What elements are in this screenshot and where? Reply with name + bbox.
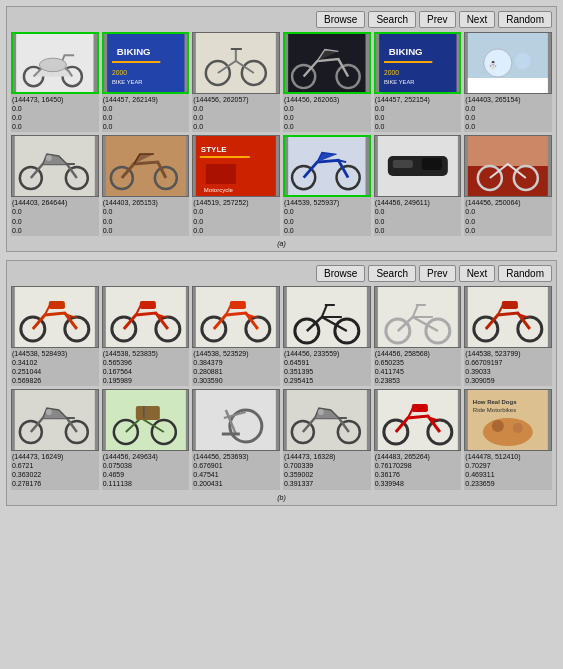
cell-id: (144403, 265154) bbox=[465, 96, 520, 103]
cell-val: 0.0 bbox=[193, 208, 203, 215]
random-button-a[interactable]: Random bbox=[498, 11, 552, 28]
cell-val: 0.280881 bbox=[193, 368, 222, 375]
cell-val: 0.565396 bbox=[103, 359, 132, 366]
panel-b: Browse Search Prev Next Random (144538, … bbox=[6, 260, 557, 506]
cell-id: (144473, 16328) bbox=[284, 453, 335, 460]
cell-info: (144456, 262057)0.00.00.0 bbox=[192, 94, 280, 132]
cell-id: (144478, 512410) bbox=[465, 453, 520, 460]
image-cell[interactable]: (144456, 258568)0.6502350.4117450.23853 bbox=[374, 286, 462, 386]
cell-info: (144456, 250064)0.00.00.0 bbox=[464, 197, 552, 235]
random-button-b[interactable]: Random bbox=[498, 265, 552, 282]
image-cell[interactable]: How Real Dogs Ride Motorbikes (144478, 5… bbox=[464, 389, 552, 489]
cell-val: 0.200431 bbox=[193, 480, 222, 487]
cell-val: 0.0 bbox=[12, 105, 22, 112]
cell-val: 0.70297 bbox=[465, 462, 490, 469]
prev-button-b[interactable]: Prev bbox=[419, 265, 456, 282]
browse-button-a[interactable]: Browse bbox=[316, 11, 365, 28]
toolbar-a: Browse Search Prev Next Random bbox=[11, 11, 552, 28]
cell-id: (144456, 253693) bbox=[193, 453, 248, 460]
image-wrapper bbox=[102, 286, 190, 348]
cell-info: (144473, 16249)0.67210.3630220.278176 bbox=[11, 451, 99, 489]
cell-info: (144403, 264644)0.00.00.0 bbox=[11, 197, 99, 235]
svg-text:BIKE YEAR: BIKE YEAR bbox=[112, 79, 143, 85]
image-cell[interactable]: (144473, 16450)0.00.00.0 bbox=[11, 32, 99, 132]
image-cell[interactable]: (144538, 523799)0.667091970.390330.30905… bbox=[464, 286, 552, 386]
image-cell[interactable]: (144473, 16328)0.7003390.3590020.391337 bbox=[283, 389, 371, 489]
image-cell[interactable]: (144456, 233559)0.645910.3513950.295415 bbox=[283, 286, 371, 386]
cell-info: (144483, 265264)0.761702980.361760.33994… bbox=[374, 451, 462, 489]
svg-point-28 bbox=[46, 155, 52, 161]
cell-val: 0.0 bbox=[375, 218, 385, 225]
cell-val: 0.0 bbox=[465, 218, 475, 225]
cell-val: 0.251044 bbox=[12, 368, 41, 375]
image-cell[interactable]: (144456, 262057)0.00.00.0 bbox=[192, 32, 280, 132]
svg-point-24 bbox=[515, 53, 531, 69]
svg-text:BIKING: BIKING bbox=[116, 46, 150, 57]
image-wrapper bbox=[192, 32, 280, 94]
image-wrapper bbox=[374, 135, 462, 197]
cell-val: 0.411745 bbox=[375, 368, 404, 375]
image-cell[interactable]: (144473, 16249)0.67210.3630220.278176 bbox=[11, 389, 99, 489]
svg-rect-17 bbox=[384, 61, 432, 63]
cell-info: (144403, 265153)0.00.00.0 bbox=[102, 197, 190, 235]
image-wrapper bbox=[283, 389, 371, 451]
svg-text:Ride Motorbikes: Ride Motorbikes bbox=[473, 407, 516, 413]
panel-a: Browse Search Prev Next Random (144473, … bbox=[6, 6, 557, 252]
image-cell[interactable]: BIKING 2000 BIKE YEAR (144457, 262149)0.… bbox=[102, 32, 190, 132]
image-cell[interactable]: (144456, 262063)0.00.00.0 bbox=[283, 32, 371, 132]
svg-rect-77 bbox=[135, 406, 159, 420]
image-cell[interactable]: (144456, 250064)0.00.00.0 bbox=[464, 135, 552, 235]
cell-val: 0.0 bbox=[103, 208, 113, 215]
image-cell[interactable]: STYLE Motorcycle (144519, 257252)0.00.00… bbox=[192, 135, 280, 235]
image-cell[interactable]: (144539, 525937)0.00.00.0 bbox=[283, 135, 371, 235]
image-cell[interactable]: (144538, 528493)0.341020.2510440.569826 bbox=[11, 286, 99, 386]
cell-val: 0.363022 bbox=[12, 471, 41, 478]
image-wrapper: ⛄ bbox=[464, 32, 552, 94]
cell-val: 0.64591 bbox=[284, 359, 309, 366]
svg-point-93 bbox=[513, 423, 523, 433]
image-cell[interactable]: (144403, 264644)0.00.00.0 bbox=[11, 135, 99, 235]
cell-id: (144456, 233559) bbox=[284, 350, 339, 357]
prev-button-a[interactable]: Prev bbox=[419, 11, 456, 28]
image-wrapper bbox=[283, 286, 371, 348]
cell-id: (144483, 265264) bbox=[375, 453, 430, 460]
next-button-b[interactable]: Next bbox=[459, 265, 496, 282]
search-button-b[interactable]: Search bbox=[368, 265, 416, 282]
cell-info: (144538, 523835)0.5653960.1675640.195989 bbox=[102, 348, 190, 386]
cell-val: 0.650235 bbox=[375, 359, 404, 366]
cell-val: 0.0 bbox=[284, 114, 294, 121]
cell-val: 0.0 bbox=[465, 114, 475, 121]
cell-id: (144473, 16249) bbox=[12, 453, 63, 460]
image-cell[interactable]: BIKING 2000 BIKE YEAR (144457, 252154)0.… bbox=[374, 32, 462, 132]
cell-info: (144456, 258568)0.6502350.4117450.23853 bbox=[374, 348, 462, 386]
cell-val: 0.0 bbox=[193, 114, 203, 121]
cell-val: 0.0 bbox=[375, 105, 385, 112]
svg-rect-59 bbox=[230, 301, 246, 309]
image-cell[interactable]: (144456, 249634)0.0750380.46590.111138 bbox=[102, 389, 190, 489]
image-grid-b: (144538, 528493)0.341020.2510440.569826 … bbox=[11, 286, 552, 490]
svg-rect-78 bbox=[196, 390, 276, 450]
cell-val: 0.0 bbox=[12, 218, 22, 225]
image-wrapper bbox=[283, 135, 371, 197]
image-cell[interactable]: (144538, 523835)0.5653960.1675640.195989 bbox=[102, 286, 190, 386]
image-cell[interactable]: (144456, 249611)0.00.00.0 bbox=[374, 135, 462, 235]
cell-id: (144456, 249634) bbox=[103, 453, 158, 460]
image-cell[interactable]: (144538, 523529)0.3843790.2808810.303590 bbox=[192, 286, 280, 386]
image-cell[interactable]: ⛄ (144403, 265154)0.00.00.0 bbox=[464, 32, 552, 132]
search-button-a[interactable]: Search bbox=[368, 11, 416, 28]
browse-button-b[interactable]: Browse bbox=[316, 265, 365, 282]
cell-info: (144473, 16328)0.7003390.3590020.391337 bbox=[283, 451, 371, 489]
svg-point-92 bbox=[492, 420, 504, 432]
svg-point-3 bbox=[39, 58, 66, 72]
svg-point-73 bbox=[46, 409, 52, 415]
cell-val: 0.34102 bbox=[12, 359, 37, 366]
cell-info: (144473, 16450)0.00.00.0 bbox=[11, 94, 99, 132]
image-cell[interactable]: (144403, 265153)0.00.00.0 bbox=[102, 135, 190, 235]
next-button-a[interactable]: Next bbox=[459, 11, 496, 28]
cell-info: (144478, 512410)0.702970.4693110.233659 bbox=[464, 451, 552, 489]
image-cell[interactable]: (144483, 265264)0.761702980.361760.33994… bbox=[374, 389, 462, 489]
cell-val: 0.0 bbox=[465, 105, 475, 112]
image-cell[interactable]: (144456, 253693)0.6769010.475410.200431 bbox=[192, 389, 280, 489]
cell-info: (144538, 523529)0.3843790.2808810.303590 bbox=[192, 348, 280, 386]
cell-val: 0.47541 bbox=[193, 471, 218, 478]
